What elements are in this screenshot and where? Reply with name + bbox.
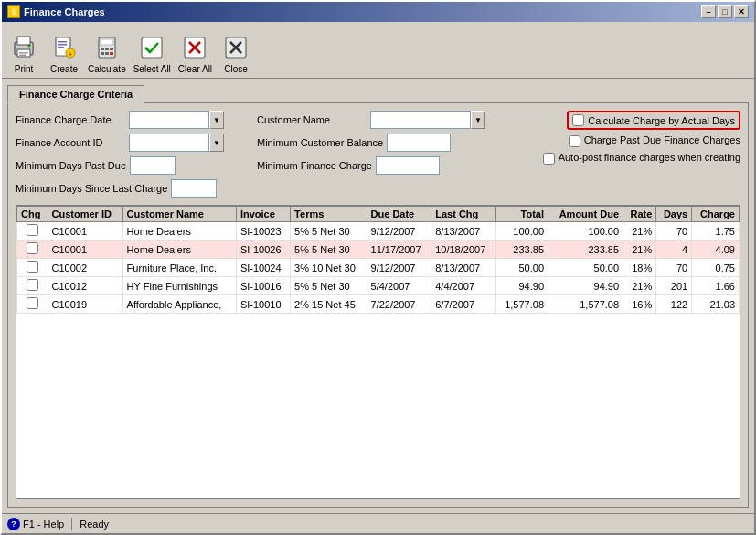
svg-rect-20	[142, 37, 162, 58]
select-all-icon	[137, 33, 166, 62]
terms-cell: 5% 5 Net 30	[291, 277, 367, 295]
customer-id-cell: C10001	[48, 222, 122, 241]
calc-by-actual-days-label: Calculate Charge by Actual Days	[588, 115, 735, 126]
col-invoice: Invoice	[236, 207, 290, 222]
minimize-button[interactable]: –	[701, 5, 716, 18]
customer-id-cell: C10019	[48, 295, 122, 314]
customer-name-label: Customer Name	[257, 114, 367, 125]
days-cell: 122	[656, 295, 692, 314]
clear-all-button[interactable]: Clear All	[178, 33, 212, 74]
amount-due-cell: 94.90	[548, 277, 623, 295]
min-customer-balance-label: Minimum Customer Balance	[257, 137, 383, 148]
finance-charge-date-input[interactable]: 11/21/2007	[129, 111, 209, 129]
rate-cell: 18%	[623, 259, 656, 277]
invoice-cell: SI-10023	[236, 222, 290, 241]
create-icon: +	[49, 33, 79, 62]
terms-cell: 2% 15 Net 45	[291, 295, 367, 314]
row-chg-checkbox[interactable]	[27, 279, 38, 291]
window-title: Finance Charges	[24, 6, 105, 17]
col-chg: Chg	[17, 207, 48, 222]
customer-name-dropdown[interactable]: ▼	[471, 111, 485, 129]
row-chg-checkbox[interactable]	[27, 261, 38, 273]
help-icon: ?	[7, 518, 20, 530]
total-cell: 100.00	[495, 222, 548, 241]
window-icon: $	[7, 5, 20, 18]
svg-rect-18	[105, 52, 109, 55]
svg-rect-14	[101, 48, 104, 50]
svg-rect-16	[110, 48, 113, 50]
last-chg-cell: 6/7/2007	[431, 295, 496, 314]
amount-due-cell: 100.00	[548, 222, 623, 241]
total-cell: 1,577.08	[495, 295, 548, 314]
svg-rect-3	[19, 52, 28, 54]
days-cell: 70	[656, 222, 692, 241]
min-days-past-due-row: Minimum Days Past Due 0	[16, 156, 224, 175]
auto-post-checkbox[interactable]	[543, 153, 555, 165]
row-chg-checkbox[interactable]	[27, 224, 38, 236]
total-cell: 233.85	[495, 241, 548, 259]
total-cell: 50.00	[495, 259, 548, 277]
min-customer-balance-input[interactable]: 0.00	[387, 134, 451, 152]
invoice-cell: SI-10024	[236, 259, 290, 277]
finance-charge-date-dropdown[interactable]: ▼	[209, 111, 224, 129]
charge-cell: 1.66	[692, 277, 740, 295]
close-toolbar-button[interactable]: Close	[219, 33, 252, 74]
terms-cell: 5% 5 Net 30	[291, 241, 367, 259]
finance-account-id-input[interactable]: 4520-01	[129, 134, 209, 152]
due-date-cell: 7/22/2007	[367, 295, 431, 314]
col-customer-name: Customer Name	[122, 207, 236, 222]
charge-cell: 4.09	[692, 241, 740, 259]
min-days-since-last-input[interactable]: 30	[171, 179, 217, 198]
amount-due-cell: 50.00	[548, 259, 623, 277]
min-customer-balance-row: Minimum Customer Balance 0.00	[257, 134, 485, 152]
customer-id-cell: C10001	[48, 241, 122, 259]
tab-criteria[interactable]: Finance Charge Criteria	[7, 85, 144, 103]
table-row: C10001Home DealersSI-100265% 5 Net 3011/…	[17, 241, 740, 259]
calc-by-actual-days-container: Calculate Charge by Actual Days	[567, 111, 740, 130]
min-days-since-last-label: Minimum Days Since Last Charge	[16, 183, 167, 194]
last-chg-cell: 4/4/2007	[431, 277, 496, 295]
finance-account-id-row: Finance Account ID 4520-01 ▼	[16, 134, 224, 152]
calculate-icon	[92, 33, 122, 62]
min-finance-charge-input[interactable]: 0.00	[376, 156, 440, 175]
clear-all-icon	[180, 33, 209, 62]
tab-bar: Finance Charge Criteria	[7, 84, 749, 102]
select-all-label: Select All	[133, 64, 171, 74]
customer-id-cell: C10012	[48, 277, 122, 295]
maximize-button[interactable]: □	[718, 5, 732, 18]
invoice-cell: SI-10016	[236, 277, 290, 295]
auto-post-row: Auto-post finance charges when creating	[543, 152, 740, 165]
amount-due-cell: 1,577.08	[548, 295, 623, 314]
calculate-button[interactable]: Calculate	[88, 33, 126, 74]
calc-by-actual-days-checkbox[interactable]	[572, 114, 584, 126]
select-all-button[interactable]: Select All	[133, 33, 171, 74]
status-text: Ready	[80, 519, 109, 530]
print-button[interactable]: Print	[7, 33, 40, 74]
min-days-past-due-input[interactable]: 0	[130, 156, 176, 175]
svg-rect-1	[17, 37, 30, 45]
days-cell: 4	[656, 241, 692, 259]
create-button[interactable]: + Create	[48, 33, 80, 74]
row-chg-checkbox[interactable]	[27, 242, 38, 254]
customer-name-input[interactable]: All Customers	[370, 111, 471, 129]
invoice-cell: SI-10026	[236, 241, 290, 259]
total-cell: 94.90	[495, 277, 548, 295]
svg-rect-17	[101, 52, 104, 55]
terms-cell: 3% 10 Net 30	[291, 259, 367, 277]
close-button[interactable]: ✕	[734, 5, 749, 18]
finance-charge-date-row: Finance Charge Date 11/21/2007 ▼	[16, 111, 224, 129]
charge-past-due-label: Charge Past Due Finance Charges	[584, 134, 740, 145]
finance-account-id-dropdown[interactable]: ▼	[209, 134, 224, 152]
last-chg-cell: 8/13/2007	[431, 222, 496, 241]
svg-rect-15	[105, 48, 109, 50]
data-table-container: Chg Customer ID Customer Name Invoice Te…	[16, 205, 740, 499]
row-chg-checkbox[interactable]	[27, 297, 38, 309]
customer-name-cell: Affordable Appliance,	[122, 295, 236, 314]
due-date-cell: 5/4/2007	[367, 277, 431, 295]
customer-name-cell: Home Dealers	[122, 241, 236, 259]
col-terms: Terms	[291, 207, 367, 222]
col-charge: Charge	[692, 207, 740, 222]
table-row: C10001Home DealersSI-100235% 5 Net 309/1…	[17, 222, 740, 241]
charge-past-due-checkbox[interactable]	[569, 135, 580, 147]
clear-all-label: Clear All	[178, 64, 212, 74]
